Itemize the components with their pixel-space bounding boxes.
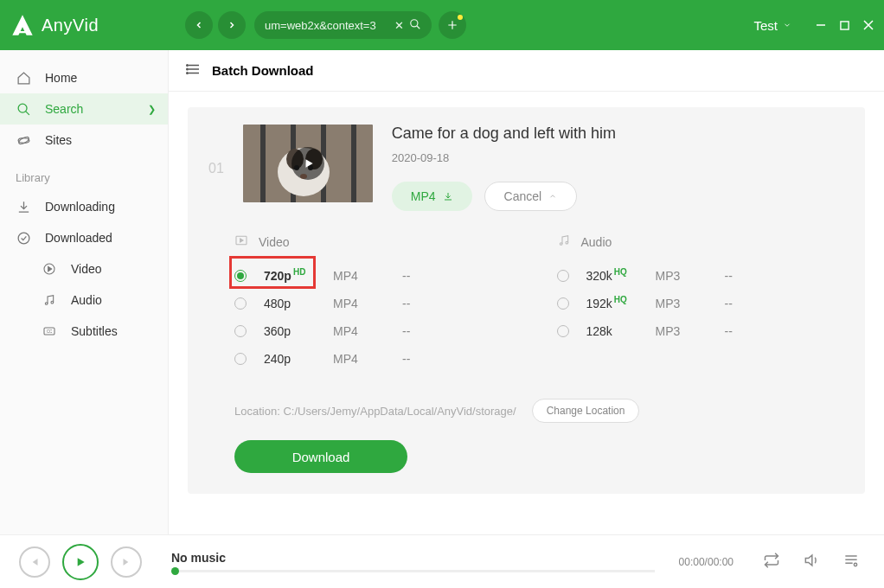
- radio-720p[interactable]: [234, 270, 247, 282]
- prev-button[interactable]: [19, 546, 50, 578]
- chevron-up-icon: [548, 192, 557, 201]
- download-icon: [16, 200, 31, 214]
- app-header: AnyVid um=web2x&context=3 ✕ Test: [0, 0, 884, 50]
- sidebar: Home Search ❯ Sites Library Downloading …: [0, 50, 169, 534]
- radio-240p[interactable]: [234, 353, 247, 365]
- svg-point-11: [187, 64, 189, 66]
- clear-url-icon[interactable]: ✕: [394, 19, 404, 32]
- audio-option-128k[interactable]: 128k MP3 --: [531, 317, 845, 345]
- quality-128k: 128k: [586, 324, 638, 338]
- search-icon[interactable]: [409, 18, 421, 33]
- radio-360p[interactable]: [234, 325, 247, 337]
- video-options: Video 720pHD MP4 -- 480p MP4 --: [208, 230, 522, 373]
- quality-240p: 240p: [264, 352, 316, 366]
- video-option-720p[interactable]: 720pHD MP4 --: [208, 262, 522, 290]
- app-logo: AnyVid: [10, 13, 99, 37]
- chevron-down-icon: [783, 21, 791, 29]
- svg-rect-19: [351, 125, 356, 202]
- radio-320k[interactable]: [557, 270, 569, 282]
- repeat-button[interactable]: [758, 552, 785, 572]
- audio-option-192k[interactable]: 192kHQ MP3 --: [531, 290, 845, 317]
- chevron-right-icon: ❯: [148, 104, 156, 115]
- change-location-button[interactable]: Change Location: [532, 399, 640, 423]
- url-bar[interactable]: um=web2x&context=3 ✕: [254, 11, 432, 39]
- sidebar-label: Search: [45, 102, 83, 116]
- radio-192k[interactable]: [557, 297, 569, 310]
- sidebar-item-search[interactable]: Search ❯: [0, 93, 168, 125]
- download-card: 01: [188, 107, 865, 494]
- volume-button[interactable]: [798, 552, 825, 572]
- location-row: Location: C:/Users/Jemy/AppData/Local/An…: [208, 395, 844, 426]
- list-icon: [186, 61, 202, 80]
- sidebar-item-downloaded[interactable]: Downloaded: [0, 222, 168, 253]
- video-option-240p[interactable]: 240p MP4 --: [208, 345, 522, 373]
- main-content: Batch Download 01: [169, 50, 884, 534]
- radio-128k[interactable]: [557, 325, 569, 337]
- video-thumbnail[interactable]: [243, 125, 373, 202]
- quality-320k: 320kHQ: [586, 269, 638, 283]
- sidebar-label: Sites: [45, 133, 72, 147]
- quality-192k: 192kHQ: [586, 297, 638, 310]
- radio-480p[interactable]: [234, 297, 247, 310]
- app-name: AnyVid: [42, 16, 99, 35]
- play-button[interactable]: [62, 544, 99, 580]
- batch-header: Batch Download: [169, 50, 884, 92]
- svg-point-5: [18, 233, 29, 244]
- progress-handle[interactable]: [171, 567, 179, 575]
- playlist-button[interactable]: [837, 552, 865, 572]
- download-button[interactable]: Download: [234, 440, 407, 473]
- sidebar-label: Downloaded: [45, 231, 112, 245]
- video-option-480p[interactable]: 480p MP4 --: [208, 290, 522, 317]
- svg-point-28: [566, 241, 568, 244]
- audio-head-icon: [557, 233, 571, 250]
- progress-bar[interactable]: [171, 570, 655, 572]
- quality-720p: 720pHD: [264, 269, 316, 283]
- sidebar-item-video[interactable]: Video: [0, 253, 168, 284]
- back-button[interactable]: [185, 11, 213, 39]
- video-head-icon: [234, 233, 248, 250]
- check-icon: [16, 231, 31, 246]
- svg-point-2: [18, 104, 27, 112]
- location-text: Location: C:/Users/Jemy/AppData/Local/An…: [234, 405, 516, 418]
- svg-point-8: [51, 301, 54, 304]
- minimize-button[interactable]: [816, 20, 826, 30]
- sidebar-label: Downloading: [45, 200, 115, 214]
- svg-text:CC: CC: [47, 329, 53, 334]
- cancel-button[interactable]: Cancel: [484, 182, 578, 211]
- test-label: Test: [753, 18, 778, 33]
- batch-title: Batch Download: [212, 63, 314, 78]
- format-button[interactable]: MP4: [392, 182, 472, 211]
- next-button[interactable]: [111, 546, 142, 578]
- sidebar-label: Audio: [71, 293, 102, 307]
- audio-option-320k[interactable]: 320kHQ MP3 --: [531, 262, 845, 290]
- svg-rect-1: [841, 21, 849, 29]
- add-tab-button[interactable]: [439, 11, 466, 39]
- quality-360p: 360p: [264, 324, 316, 338]
- audio-label: Audio: [581, 235, 612, 249]
- logo-icon: [10, 13, 35, 37]
- sidebar-item-downloading[interactable]: Downloading: [0, 191, 168, 222]
- svg-point-0: [411, 19, 418, 26]
- sidebar-item-subtitles[interactable]: CC Subtitles: [0, 316, 168, 347]
- video-label: Video: [259, 235, 290, 249]
- test-menu[interactable]: Test: [753, 18, 791, 33]
- video-option-360p[interactable]: 360p MP4 --: [208, 317, 522, 345]
- sidebar-item-audio[interactable]: Audio: [0, 284, 168, 316]
- maximize-button[interactable]: [840, 20, 849, 30]
- forward-button[interactable]: [218, 11, 246, 39]
- window-controls: [816, 20, 874, 30]
- play-circle-icon: [42, 262, 57, 276]
- svg-rect-16: [260, 125, 266, 202]
- quality-480p: 480p: [264, 297, 316, 310]
- sidebar-label: Subtitles: [71, 324, 118, 338]
- svg-point-12: [187, 68, 189, 70]
- close-button[interactable]: [863, 20, 874, 30]
- card-index: 01: [208, 161, 224, 176]
- player-bar: No music 00:00/00:00: [0, 534, 884, 588]
- sidebar-item-home[interactable]: Home: [0, 62, 168, 93]
- format-label: MP4: [411, 189, 436, 203]
- svg-point-29: [854, 563, 856, 566]
- sidebar-item-sites[interactable]: Sites: [0, 125, 168, 156]
- download-arrow-icon: [443, 191, 453, 201]
- svg-point-7: [45, 303, 48, 305]
